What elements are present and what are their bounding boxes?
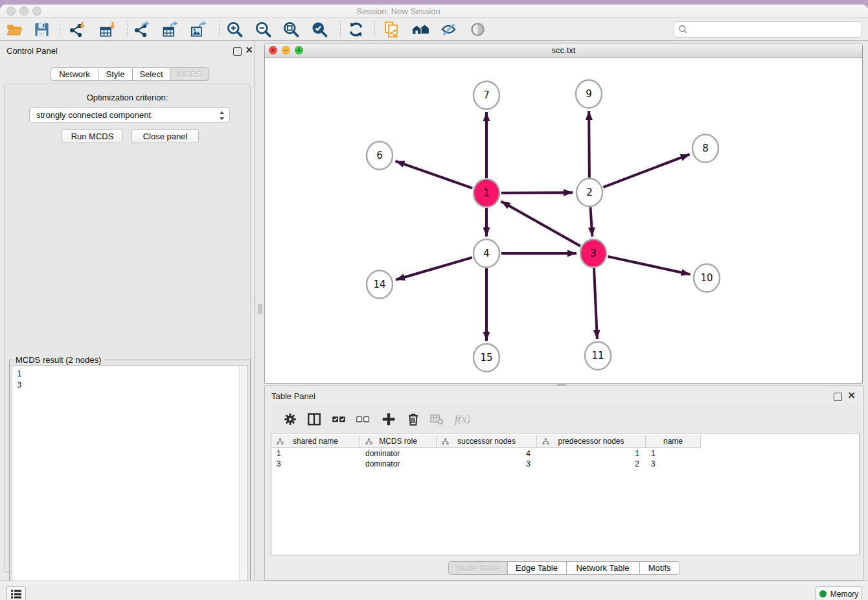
cell-MCDS-role[interactable]: dominator [360,448,437,459]
export-network-icon[interactable] [133,21,150,38]
table-row[interactable]: 1dominator411 [271,448,701,459]
export-table-icon[interactable] [161,21,179,38]
graph-node-15[interactable]: 15 [474,344,499,372]
column-header-name[interactable]: name [646,435,701,448]
memory-button[interactable]: Memory [816,586,862,600]
import-table-icon[interactable] [98,21,116,38]
show-all-icon[interactable] [469,21,486,38]
tab-mcds[interactable]: MCDS [170,67,209,81]
tab-network-table[interactable]: Network Table [567,561,640,575]
column-header-MCDS-role[interactable]: MCDS role [360,435,437,448]
network-canvas[interactable]: 7968124314101511 [265,58,862,384]
cell-name[interactable]: 1 [646,448,701,459]
graph-edge-2-9[interactable] [589,111,589,178]
chevron-up-down-icon [218,110,225,121]
graph-edge-2-8[interactable] [604,154,690,187]
search-box[interactable] [674,21,862,38]
column-header-successor-nodes[interactable]: successor nodes [437,435,537,448]
new-network-from-selection-icon[interactable] [383,21,400,38]
add-column-icon[interactable] [381,411,396,427]
graph-node-2[interactable]: 2 [577,179,602,207]
main-toolbar [0,18,868,41]
graph-edge-2-3[interactable] [590,207,592,237]
graph-node-10[interactable]: 10 [694,264,720,292]
window-close-icon[interactable] [6,6,16,16]
graph-edge-3-11[interactable] [594,268,597,339]
zoom-in-icon[interactable] [226,21,244,38]
graph-node-14[interactable]: 14 [367,271,393,299]
svg-text:3: 3 [590,248,597,259]
tab-network[interactable]: Network [51,67,98,81]
close-panel-button[interactable]: Close panel [131,129,199,143]
tab-edge-table[interactable]: Edge Table [508,561,567,575]
cell-shared-name[interactable]: 3 [271,459,360,469]
cell-successor-nodes[interactable]: 3 [437,459,537,469]
network-window-title-bar[interactable]: × − + scc.txt [265,43,862,58]
hide-selected-icon[interactable] [440,21,457,38]
cell-shared-name[interactable]: 1 [271,448,360,459]
cell-MCDS-role[interactable]: dominator [360,459,437,469]
column-header-label: name [663,437,683,446]
application-window: Session: New Session Control Panel ✕ Net… [0,5,868,600]
column-header-shared-name[interactable]: shared name [271,435,360,448]
show-panels-button[interactable] [6,586,26,600]
column-visibility-icon[interactable] [306,411,322,427]
cell-predecessor-nodes[interactable]: 2 [537,459,646,469]
tab-select[interactable]: Select [133,67,170,81]
column-header-label: shared name [293,437,338,446]
cell-name[interactable]: 3 [646,459,701,469]
graph-node-3[interactable]: 3 [580,240,606,268]
search-icon [678,25,688,34]
open-session-icon[interactable] [6,21,23,38]
select-all-icon[interactable] [331,411,347,427]
search-input[interactable] [688,23,862,36]
table-settings-icon[interactable] [282,411,298,427]
graph-edge-1-6[interactable] [396,161,473,189]
result-scrollbar[interactable] [239,366,247,600]
table-row[interactable]: 3dominator323 [271,459,701,469]
graph-node-4[interactable]: 4 [474,240,499,268]
cell-predecessor-nodes[interactable]: 1 [537,448,646,459]
control-panel-close-icon[interactable]: ✕ [245,46,253,54]
zoom-selected-icon[interactable] [311,21,328,38]
tab-style[interactable]: Style [98,67,133,81]
zoom-out-icon[interactable] [255,21,272,38]
control-panel-title: Control Panel [6,46,58,56]
delete-column-icon[interactable] [405,411,421,427]
tab-motifs[interactable]: Motifs [640,561,680,575]
table-panel-float-icon[interactable] [834,393,842,401]
deselect-all-icon[interactable] [355,411,371,427]
svg-text:7: 7 [483,89,490,101]
window-minimize-icon[interactable] [19,6,29,16]
graph-node-11[interactable]: 11 [585,342,611,370]
graph-edge-1-2[interactable] [501,192,573,193]
graph-node-7[interactable]: 7 [474,82,499,110]
optimization-criterion-select[interactable]: strongly connected component [29,108,230,122]
memory-label: Memory [830,590,858,599]
graph-edge-3-10[interactable] [608,257,690,275]
cell-successor-nodes[interactable]: 4 [437,448,537,459]
tab-node-table[interactable]: Node Table [448,561,508,575]
graph-node-9[interactable]: 9 [576,80,602,108]
mcds-result-text[interactable]: 13 [12,365,248,600]
vertical-splitter-handle[interactable] [258,305,262,314]
column-header-predecessor-nodes[interactable]: predecessor nodes [537,435,646,448]
mcds-result-title: MCDS result (2 nodes) [13,355,104,365]
zoom-fit-icon[interactable] [282,21,300,38]
refresh-network-icon[interactable] [347,21,365,38]
window-zoom-icon[interactable] [32,6,41,16]
save-session-icon[interactable] [33,21,51,38]
control-panel-float-icon[interactable] [233,47,242,56]
graph-node-1[interactable]: 1 [474,179,499,207]
first-neighbors-icon[interactable] [412,21,429,38]
graph-node-8[interactable]: 8 [692,135,718,163]
import-network-icon[interactable] [68,21,86,38]
graph-edge-3-1[interactable] [501,202,580,246]
table-panel-close-icon[interactable]: ✕ [847,391,856,400]
graph-node-6[interactable]: 6 [367,142,393,170]
run-mcds-button[interactable]: Run MCDS [62,129,123,143]
table-toolbar: f(x) [271,406,860,432]
column-header-label: successor nodes [457,437,516,446]
graph-edge-4-14[interactable] [396,257,472,279]
export-image-icon[interactable] [190,21,207,38]
